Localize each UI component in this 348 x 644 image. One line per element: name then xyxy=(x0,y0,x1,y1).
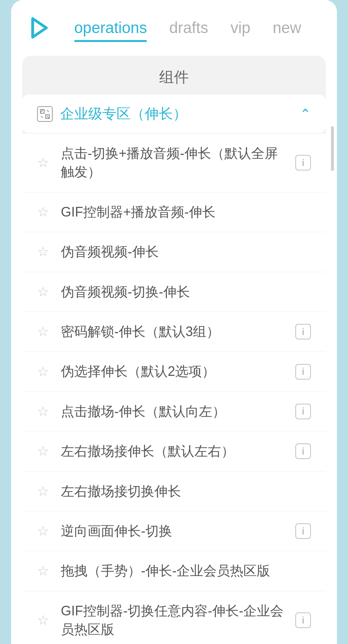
item-text: 点击-切换+播放音频-伸长（默认全屏触发） xyxy=(61,144,288,182)
item-text: 左右撤场接伸长（默认左右） xyxy=(61,442,288,461)
chevron-up-icon: ⌃ xyxy=(300,106,311,122)
list-item: ☆ 左右撤场接切换伸长 xyxy=(22,472,326,511)
star-icon[interactable]: ☆ xyxy=(37,324,53,339)
list-item: ☆ 逆向画面伸长-切换 i xyxy=(22,511,326,551)
svg-marker-0 xyxy=(33,19,46,37)
app-container: operations drafts vip new 组件 xyxy=(0,0,348,644)
item-text: 拖拽（手势）-伸长-企业会员热区版 xyxy=(61,562,288,580)
star-icon[interactable]: ☆ xyxy=(37,484,53,499)
category-left: 企业级专区（伸长） xyxy=(37,104,187,123)
info-placeholder xyxy=(295,204,311,220)
list-item: ☆ 伪音频视频-伸长 xyxy=(22,232,326,272)
item-text: 逆向画面伸长-切换 xyxy=(61,522,288,540)
tab-vip[interactable]: vip xyxy=(219,15,262,40)
item-text: 点击撤场-伸长（默认向左） xyxy=(61,402,288,421)
star-icon[interactable]: ☆ xyxy=(37,443,53,459)
list-item: ☆ 伪选择伸长（默认2选项） i xyxy=(22,352,326,391)
star-icon[interactable]: ☆ xyxy=(37,155,53,170)
main-card: operations drafts vip new 组件 xyxy=(11,0,337,644)
star-icon[interactable]: ☆ xyxy=(37,364,53,380)
scrollbar[interactable] xyxy=(331,126,334,171)
star-icon[interactable]: ☆ xyxy=(37,244,53,260)
item-text: GIF控制器+播放音频-伸长 xyxy=(61,203,288,221)
star-icon[interactable]: ☆ xyxy=(37,204,53,220)
info-icon[interactable]: i xyxy=(295,364,311,380)
list-item: ☆ GIF控制器+播放音频-伸长 xyxy=(22,192,326,232)
section-title: 组件 xyxy=(22,56,326,95)
star-icon[interactable]: ☆ xyxy=(37,563,53,579)
list-item: ☆ 拖拽（手势）-伸长-企业会员热区版 xyxy=(22,551,326,591)
tab-drafts[interactable]: drafts xyxy=(158,15,219,40)
list-item: ☆ 点击撤场-伸长（默认向左） i xyxy=(22,392,326,432)
star-icon[interactable]: ☆ xyxy=(37,523,53,539)
item-text: 左右撤场接切换伸长 xyxy=(61,482,288,501)
list-item: ☆ GIF控制器-切换任意内容-伸长-企业会员热区版 i xyxy=(22,591,326,644)
svg-rect-2 xyxy=(40,110,44,113)
item-text: 伪音频视频-切换-伸长 xyxy=(61,283,288,301)
category-expand-icon xyxy=(37,106,53,122)
list-item: ☆ 密码解锁-伸长（默认3组） i xyxy=(22,312,326,352)
nav-tabs: operations drafts vip new xyxy=(63,15,312,40)
star-icon[interactable]: ☆ xyxy=(37,404,53,419)
tab-operations[interactable]: operations xyxy=(63,15,158,40)
list-item: ☆ 伪音频视频-切换-伸长 xyxy=(22,272,326,312)
info-icon[interactable]: i xyxy=(295,404,311,419)
star-icon[interactable]: ☆ xyxy=(37,284,53,300)
app-logo xyxy=(26,15,52,41)
tab-new[interactable]: new xyxy=(262,15,312,40)
info-icon[interactable]: i xyxy=(295,612,311,628)
list-container: ☆ 点击-切换+播放音频-伸长（默认全屏触发） i ☆ GIF控制器+播放音频-… xyxy=(22,134,326,644)
star-icon[interactable]: ☆ xyxy=(37,612,53,628)
info-placeholder xyxy=(295,284,311,300)
item-text: 密码解锁-伸长（默认3组） xyxy=(61,322,288,341)
category-label: 企业级专区（伸长） xyxy=(60,104,187,123)
category-row[interactable]: 企业级专区（伸长） ⌃ xyxy=(22,95,326,133)
info-placeholder xyxy=(295,563,311,579)
info-icon[interactable]: i xyxy=(295,523,311,539)
info-icon[interactable]: i xyxy=(295,443,311,459)
content-area: 组件 企业级专区（伸长） ⌃ xyxy=(22,56,326,644)
item-text: 伪选择伸长（默认2选项） xyxy=(61,362,288,381)
info-placeholder xyxy=(295,244,311,260)
list-item: ☆ 左右撤场接伸长（默认左右） i xyxy=(22,432,326,471)
item-text: 伪音频视频-伸长 xyxy=(61,243,288,261)
info-icon[interactable]: i xyxy=(295,155,311,170)
list-item: ☆ 点击-切换+播放音频-伸长（默认全屏触发） i xyxy=(22,134,326,192)
info-icon[interactable]: i xyxy=(295,324,311,339)
header: operations drafts vip new xyxy=(11,0,337,48)
item-text: GIF控制器-切换任意内容-伸长-企业会员热区版 xyxy=(61,602,288,639)
info-placeholder xyxy=(295,484,311,499)
